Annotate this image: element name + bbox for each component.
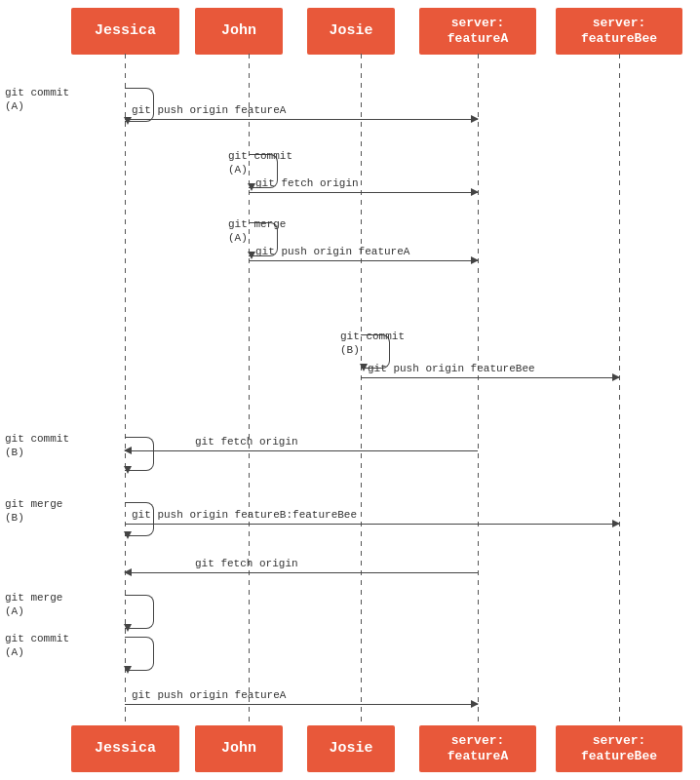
label-push-featureA-2: git push origin featureA [255, 246, 409, 257]
arrow-fetch-origin-1 [249, 192, 478, 193]
self-loop-jessica-commit-a2 [125, 637, 154, 671]
participant-josie-bottom: Josie [307, 725, 395, 772]
label-jessica-commit-b: git commit(B) [5, 432, 69, 460]
arrow-push-featureA-1 [125, 119, 478, 120]
arrow-push-featureA-2 [249, 260, 478, 261]
sequence-diagram: Jessica John Josie server:featureA serve… [0, 0, 700, 780]
participant-jessica-top: Jessica [71, 8, 179, 55]
participant-jessica-bottom: Jessica [71, 725, 179, 772]
lifeline-josie [361, 54, 362, 726]
label-push-featureBee-1: git push origin featureBee [368, 363, 535, 374]
label-john-commit-a: git commit(A) [228, 149, 292, 177]
label-fetch-origin-1: git fetch origin [255, 177, 359, 189]
arrow-push-featureBee-1 [361, 377, 619, 378]
label-jessica-commit-a2: git commit(A) [5, 632, 69, 660]
participant-john-top: John [195, 8, 283, 55]
participant-featureBee-bottom: server:featureBee [556, 725, 682, 772]
participant-featureBee-top: server:featureBee [556, 8, 682, 55]
arrow-fetch-origin-3 [125, 572, 478, 573]
label-push-featureA-1: git push origin featureA [132, 104, 286, 116]
participant-featureA-bottom: server:featureA [419, 725, 536, 772]
label-fetch-origin-2: git fetch origin [195, 436, 298, 448]
label-push-featureBee-2: git push origin featureB:featureBee [132, 509, 357, 521]
label-push-featureA-3: git push origin featureA [132, 689, 286, 701]
label-jessica-merge-b: git merge(B) [5, 497, 62, 526]
lifeline-featureBee [619, 54, 620, 726]
label-fetch-origin-3: git fetch origin [195, 558, 298, 569]
arrow-fetch-origin-2 [125, 450, 478, 451]
label-josie-commit-b: git commit(B) [340, 330, 405, 358]
arrow-push-featureBee-2 [125, 524, 619, 525]
arrow-push-featureA-3 [125, 704, 478, 705]
label-jessica-merge-a: git merge(A) [5, 591, 62, 619]
lifeline-featureA [478, 54, 479, 726]
self-loop-jessica-merge-a [125, 595, 154, 629]
participant-john-bottom: John [195, 725, 283, 772]
label-jessica-commit-a1: git commit(A) [5, 86, 69, 114]
label-john-merge-a: git merge(A) [228, 217, 286, 246]
participant-featureA-top: server:featureA [419, 8, 536, 55]
participant-josie-top: Josie [307, 8, 395, 55]
